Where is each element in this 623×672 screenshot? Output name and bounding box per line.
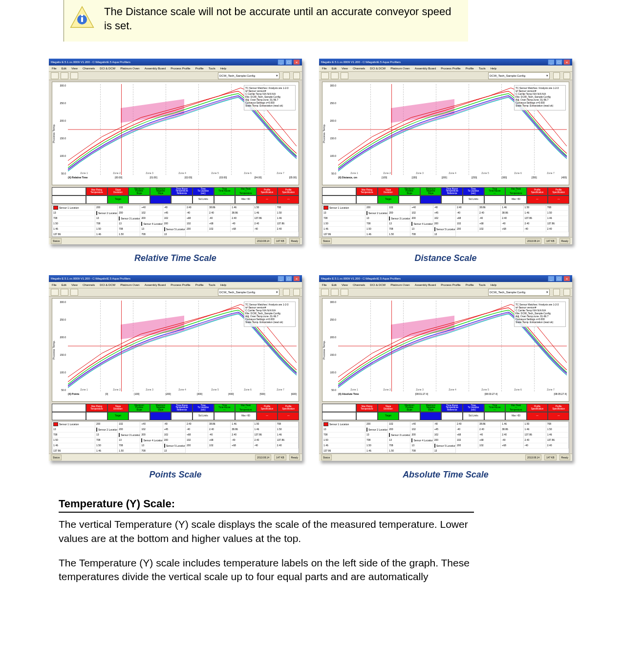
menu-item[interactable]: Platinum Oven — [390, 283, 409, 286]
menu-item[interactable]: Edit — [62, 67, 66, 70]
menu-bar[interactable]: FileEditViewChannelsDCI & DCWPlatinum Ov… — [49, 282, 302, 288]
menu-item[interactable]: Edit — [332, 283, 337, 286]
toolbar-button[interactable] — [70, 289, 78, 296]
menu-item[interactable]: Tools — [479, 283, 486, 286]
table-cell: 137.86 — [546, 438, 569, 443]
menu-item[interactable]: Assembly Board — [145, 67, 166, 70]
menu-item[interactable]: Platinum Oven — [120, 283, 139, 286]
table-cell: -40 — [254, 227, 276, 232]
menu-item[interactable]: Tools — [209, 67, 215, 70]
x-axis-ticks: (X) Relative Time[00:00][01:00][02:00][0… — [68, 176, 297, 184]
toolbar-button[interactable] — [563, 72, 570, 79]
menu-item[interactable]: DCI & DCW — [100, 283, 115, 286]
toolbar-button[interactable] — [293, 289, 300, 296]
config-dropdown[interactable]: DCW_Tech_Sample:Config — [218, 289, 279, 296]
close-button[interactable]: × — [563, 59, 570, 65]
menu-item[interactable]: View — [342, 283, 348, 286]
status-size: 147 KB — [544, 455, 556, 460]
menu-item[interactable]: Assembly Board — [145, 283, 166, 286]
menu-item[interactable]: Channels — [353, 283, 365, 286]
menu-item[interactable]: Help — [491, 67, 496, 70]
toolbar-button[interactable] — [331, 72, 339, 79]
menu-item[interactable]: Process Profile — [171, 283, 190, 286]
menu-item[interactable]: View — [342, 67, 348, 70]
profile-chart[interactable]: Process Temp.300.0250.0200.0150.0100.050… — [52, 298, 299, 402]
config-dropdown[interactable]: DCW_Tech_Sample:Config — [218, 72, 279, 79]
toolbar-button[interactable] — [51, 289, 59, 296]
profile-chart[interactable]: Process Temp.300.0250.0200.0150.0100.050… — [52, 82, 299, 185]
toolbar-button[interactable] — [51, 72, 59, 79]
toolbar-button[interactable] — [283, 289, 290, 296]
menu-item[interactable]: Profile — [195, 67, 204, 70]
menu-item[interactable]: File — [52, 283, 57, 286]
menu-item[interactable]: Channels — [83, 283, 95, 286]
toolbar-button[interactable] — [61, 289, 68, 296]
toolbar-button[interactable] — [293, 72, 300, 79]
maximize-button[interactable]: □ — [556, 276, 562, 282]
maximize-button[interactable]: □ — [285, 276, 292, 282]
maximize-button[interactable]: □ — [556, 59, 562, 65]
screenshot-grid: Megalis E.5.1.xx.0009 V1.200 - C:\Megali… — [49, 59, 574, 480]
menu-item[interactable]: Profile — [195, 283, 204, 286]
menu-item[interactable]: DCI & DCW — [100, 67, 115, 70]
toolbar-button[interactable] — [341, 72, 348, 79]
menu-item[interactable]: Help — [220, 67, 226, 70]
menu-item[interactable]: Channels — [353, 67, 365, 70]
close-button[interactable]: × — [293, 59, 300, 65]
toolbar-button[interactable] — [283, 72, 290, 79]
menu-item[interactable]: Profile — [466, 283, 474, 286]
menu-item[interactable]: Tools — [479, 67, 486, 70]
minimize-button[interactable]: _ — [278, 276, 284, 282]
toolbar-button[interactable] — [341, 289, 348, 296]
menu-item[interactable]: Tools — [209, 283, 215, 286]
menu-item[interactable]: File — [52, 67, 57, 70]
profile-chart[interactable]: Process Temp.300.0250.0200.0150.0100.050… — [322, 82, 569, 185]
table-cell: 13 — [410, 227, 433, 232]
table-cell: 102 — [208, 227, 231, 232]
config-dropdown[interactable]: DCW_Tech_Sample:Config — [488, 289, 550, 296]
minimize-button[interactable]: _ — [548, 276, 555, 282]
menu-bar[interactable]: FileEditViewChannelsDCI & DCWPlatinum Ov… — [49, 65, 302, 72]
toolbar-button[interactable] — [553, 72, 560, 79]
menu-item[interactable]: Platinum Oven — [390, 67, 409, 70]
menu-item[interactable]: Help — [220, 283, 226, 286]
menu-item[interactable]: Assembly Board — [415, 283, 436, 286]
menu-item[interactable]: Platinum Oven — [120, 67, 139, 70]
toolbar-button[interactable] — [553, 289, 560, 296]
profile-chart[interactable]: Process Temp.300.0250.0200.0150.0100.050… — [322, 298, 569, 402]
menu-item[interactable]: Process Profile — [171, 67, 190, 70]
menu-bar[interactable]: FileEditViewChannelsDCI & DCWPlatinum Ov… — [319, 282, 572, 288]
minimize-button[interactable]: _ — [548, 59, 555, 65]
menu-item[interactable]: Profile — [466, 67, 474, 70]
maximize-button[interactable]: □ — [285, 59, 292, 65]
menu-item[interactable]: Process Profile — [441, 67, 460, 70]
menu-item[interactable]: DCI & DCW — [370, 283, 386, 286]
toolbar-button[interactable] — [321, 289, 329, 296]
config-dropdown[interactable]: DCW_Tech_Sample:Config — [488, 72, 550, 79]
window-title: Megalis E.5.1.xx.0009 V1.200 - C:\Megali… — [51, 277, 130, 280]
menu-bar[interactable]: FileEditViewChannelsDCI & DCWPlatinum Ov… — [319, 65, 572, 72]
menu-item[interactable]: File — [322, 67, 327, 70]
menu-item[interactable]: View — [71, 67, 78, 70]
toolbar-button[interactable] — [61, 72, 68, 79]
menu-item[interactable]: Assembly Board — [415, 67, 436, 70]
menu-item[interactable]: Edit — [332, 67, 337, 70]
menu-item[interactable]: Help — [491, 283, 496, 286]
minimize-button[interactable]: _ — [278, 59, 284, 65]
table-cell: 137.86 — [276, 438, 299, 443]
toolbar-button[interactable] — [321, 72, 329, 79]
toolbar-button[interactable] — [70, 72, 78, 79]
menu-item[interactable]: Edit — [62, 283, 66, 286]
menu-item[interactable]: Channels — [83, 67, 95, 70]
menu-item[interactable]: Process Profile — [441, 283, 460, 286]
menu-item[interactable]: DCI & DCW — [370, 67, 386, 70]
table-cell: 137.86 — [276, 221, 299, 227]
toolbar-button[interactable] — [331, 289, 339, 296]
close-button[interactable]: × — [293, 276, 300, 282]
menu-item[interactable]: File — [322, 283, 327, 286]
stat-header: Max >50 — [235, 412, 257, 420]
toolbar-button[interactable] — [563, 289, 570, 296]
table-cell: 1.50 — [524, 422, 546, 427]
menu-item[interactable]: View — [71, 283, 78, 286]
close-button[interactable]: × — [563, 276, 570, 282]
